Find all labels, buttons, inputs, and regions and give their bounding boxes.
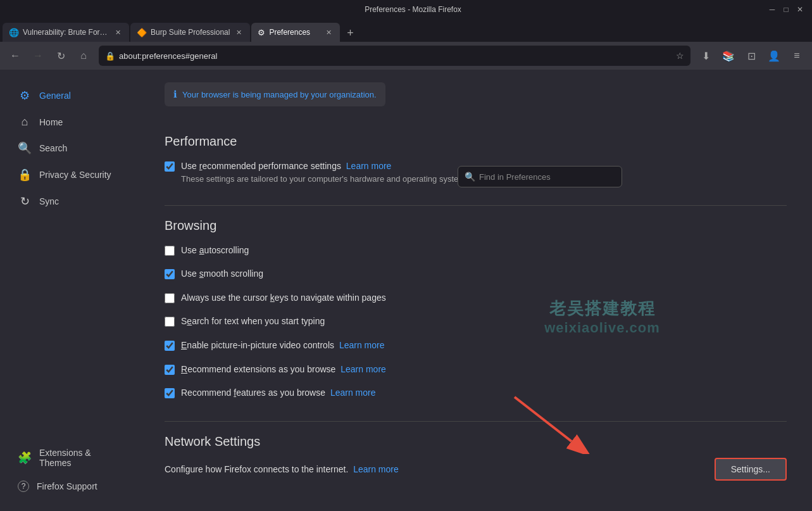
info-icon: ℹ: [173, 89, 177, 100]
tab-burpsuite-label: Burp Suite Professional: [151, 28, 230, 37]
cursor-keys-label[interactable]: Always use the cursor keys to navigate w…: [181, 292, 386, 305]
tab-vulnerability-label: Vulnerability: Brute Forc...: [23, 28, 109, 37]
management-notice: ℹ Your browser is being managed by your …: [165, 82, 385, 106]
performance-title: Performance: [165, 134, 787, 149]
sidebar-item-home[interactable]: ⌂ Home: [5, 110, 134, 134]
autoscrolling-checkbox[interactable]: [165, 246, 175, 256]
tab-vulnerability[interactable]: 🌐 Vulnerability: Brute Forc... ✕: [3, 23, 129, 42]
home-icon: ⌂: [18, 115, 32, 129]
checkbox-recommend-extensions: Recommend extensions as you browse Learn…: [165, 361, 787, 379]
recommend-extensions-checkbox[interactable]: [165, 365, 175, 375]
tab-preferences-icon: ⚙: [258, 28, 265, 37]
tab-vulnerability-close[interactable]: ✕: [113, 27, 123, 37]
network-settings-row: Configure how Firefox connects to the in…: [165, 458, 787, 481]
smooth-scrolling-label[interactable]: Use smooth scrolling: [181, 268, 263, 281]
main-container: ⚙ General ⌂ Home 🔍 Search 🔒 Privacy & Se…: [0, 70, 812, 511]
extensions-learn-more-link[interactable]: Learn more: [340, 364, 386, 374]
sidebar-sync-label: Sync: [39, 196, 59, 206]
account-button[interactable]: 👤: [764, 46, 784, 66]
sidebar-item-extensions[interactable]: 🧩 Extensions & Themes: [5, 443, 134, 473]
tab-burpsuite[interactable]: 🔶 Burp Suite Professional ✕: [130, 23, 250, 42]
sidebar-bottom: 🧩 Extensions & Themes ? Firefox Support: [0, 441, 139, 498]
network-settings-title: Network Settings: [165, 434, 787, 449]
home-button[interactable]: ⌂: [73, 46, 94, 66]
forward-button[interactable]: →: [28, 46, 48, 66]
layout-button[interactable]: ⊡: [741, 46, 761, 66]
sidebar-search-label: Search: [39, 143, 67, 153]
checkbox-search-typing: Search for text when you start typing: [165, 313, 787, 331]
checkbox-picture-in-picture: Enable picture-in-picture video controls…: [165, 337, 787, 355]
toolbar: ← → ↻ ⌂ 🔒 about:preferences#general ☆ ⬇ …: [0, 42, 812, 70]
picture-in-picture-label[interactable]: Enable picture-in-picture video controls…: [181, 339, 385, 352]
restore-button[interactable]: □: [782, 5, 790, 14]
extensions-icon: 🧩: [18, 451, 32, 465]
general-icon: ⚙: [18, 89, 32, 103]
back-button[interactable]: ←: [5, 46, 25, 66]
sidebar-item-search[interactable]: 🔍 Search: [5, 136, 134, 160]
address-text: about:preferences#general: [119, 51, 672, 61]
section-divider-2: [165, 421, 787, 422]
sidebar: ⚙ General ⌂ Home 🔍 Search 🔒 Privacy & Se…: [0, 70, 139, 511]
find-prefs-placeholder: Find in Preferences: [479, 172, 551, 182]
sync-icon: ↻: [18, 194, 32, 208]
picture-in-picture-checkbox[interactable]: [165, 341, 175, 351]
performance-learn-more-link[interactable]: Learn more: [346, 161, 392, 171]
close-button[interactable]: ✕: [796, 5, 804, 14]
recommended-performance-subtext: These settings are tailored to your comp…: [181, 174, 468, 184]
new-tab-button[interactable]: +: [341, 24, 359, 42]
sidebar-general-label: General: [39, 91, 71, 101]
tab-bar: 🌐 Vulnerability: Brute Forc... ✕ 🔶 Burp …: [0, 19, 812, 42]
sidebar-home-label: Home: [39, 117, 63, 127]
content-area: ℹ Your browser is being managed by your …: [139, 70, 812, 511]
tab-vulnerability-icon: 🌐: [9, 28, 19, 37]
features-learn-more-link[interactable]: Learn more: [330, 388, 376, 398]
checkbox-smooth-scrolling: Use smooth scrolling: [165, 265, 787, 283]
sidebar-extensions-label: Extensions & Themes: [39, 448, 122, 468]
download-button[interactable]: ⬇: [696, 46, 716, 66]
sidebar-item-privacy[interactable]: 🔒 Privacy & Security: [5, 163, 134, 187]
sidebar-item-support[interactable]: ? Firefox Support: [5, 476, 134, 497]
checkbox-cursor-keys: Always use the cursor keys to navigate w…: [165, 289, 787, 307]
checkbox-autoscrolling: Use autoscrolling: [165, 242, 787, 260]
autoscrolling-label[interactable]: Use autoscrolling: [181, 244, 249, 257]
menu-button[interactable]: ≡: [787, 46, 807, 66]
sidebar-item-general[interactable]: ⚙ General: [5, 84, 134, 108]
tab-preferences-close[interactable]: ✕: [323, 27, 334, 37]
window-controls[interactable]: ─ □ ✕: [768, 5, 804, 14]
cursor-keys-checkbox[interactable]: [165, 293, 175, 303]
smooth-scrolling-checkbox[interactable]: [165, 269, 175, 279]
network-settings-section: Network Settings Configure how Firefox c…: [165, 434, 787, 481]
sidebar-privacy-label: Privacy & Security: [39, 170, 111, 180]
recommend-extensions-label[interactable]: Recommend extensions as you browse Learn…: [181, 363, 386, 376]
recommend-features-checkbox[interactable]: [165, 388, 175, 398]
tab-burpsuite-close[interactable]: ✕: [234, 27, 244, 37]
toolbar-right: ⬇ 📚 ⊡ 👤 ≡: [696, 46, 807, 66]
search-typing-label[interactable]: Search for text when you start typing: [181, 315, 325, 328]
pip-learn-more-link[interactable]: Learn more: [339, 340, 385, 350]
network-learn-more-link[interactable]: Learn more: [353, 464, 399, 474]
sidebar-item-sync[interactable]: ↻ Sync: [5, 189, 134, 213]
checkbox-recommend-features: Recommend features as you browse Learn m…: [165, 384, 787, 402]
minimize-button[interactable]: ─: [768, 5, 777, 14]
tab-burpsuite-icon: 🔶: [137, 28, 147, 37]
bookmark-star-icon[interactable]: ☆: [676, 51, 684, 61]
bookmarks-button[interactable]: 📚: [718, 46, 739, 66]
management-notice-text: Your browser is being managed by your or…: [182, 90, 377, 99]
search-icon: 🔍: [18, 141, 32, 155]
network-settings-button[interactable]: Settings...: [715, 458, 787, 481]
network-settings-description: Configure how Firefox connects to the in…: [165, 464, 399, 474]
recommended-performance-checkbox[interactable]: [165, 161, 175, 172]
sidebar-support-label: Firefox Support: [37, 481, 97, 491]
address-bar[interactable]: 🔒 about:preferences#general ☆: [99, 46, 690, 66]
reload-button[interactable]: ↻: [51, 46, 71, 66]
find-in-preferences[interactable]: 🔍 Find in Preferences: [458, 166, 622, 187]
title-bar: Preferences - Mozilla Firefox ─ □ ✕: [0, 0, 812, 19]
management-link[interactable]: Your browser is being managed by your or…: [182, 90, 377, 99]
recommend-features-label[interactable]: Recommend features as you browse Learn m…: [181, 387, 376, 400]
window-title: Preferences - Mozilla Firefox: [58, 5, 768, 14]
recommended-performance-label[interactable]: Use recommended performance settings Lea…: [181, 161, 391, 171]
search-typing-checkbox[interactable]: [165, 317, 175, 327]
sidebar-nav: ⚙ General ⌂ Home 🔍 Search 🔒 Privacy & Se…: [0, 82, 139, 215]
tab-preferences[interactable]: ⚙ Preferences ✕: [251, 23, 340, 42]
address-security-icon: 🔒: [105, 51, 115, 61]
